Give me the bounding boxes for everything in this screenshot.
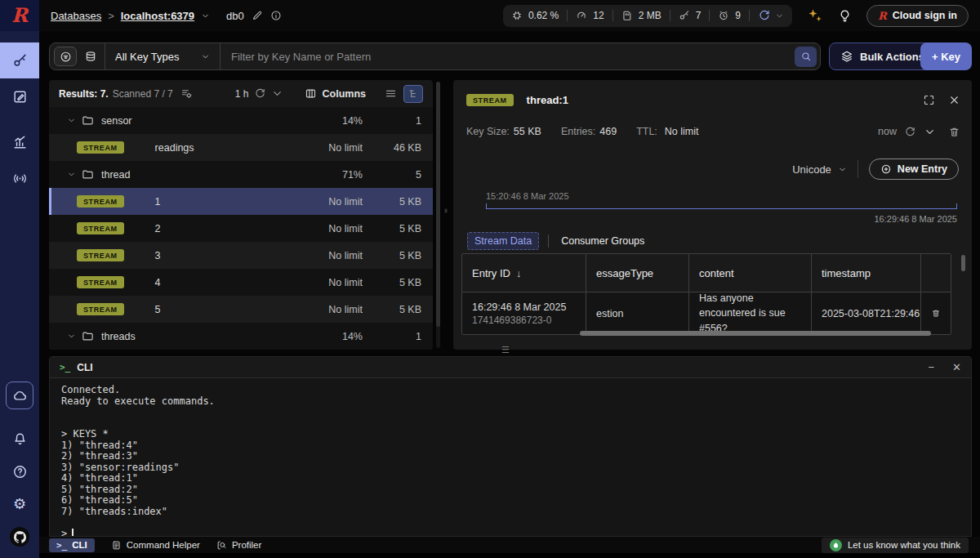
key-tree-row[interactable]: STREAM 2 No limit5 KB <box>49 215 433 242</box>
key-type-select[interactable]: All Key Types <box>105 51 220 63</box>
window-footer-strip <box>0 553 980 558</box>
lightbulb-icon <box>838 9 852 23</box>
stats-refresh-button[interactable] <box>758 9 784 22</box>
column-header-timestamp[interactable]: timestamp <box>812 254 921 292</box>
cli-terminal[interactable]: Connected. Ready to execute commands. > … <box>50 378 971 537</box>
new-entry-button[interactable]: New Entry <box>869 158 959 180</box>
sidebar-item-settings[interactable]: ⚙ <box>0 494 39 514</box>
column-header-messagetype[interactable]: essageType <box>586 254 689 292</box>
sidebar-item-github[interactable] <box>10 527 29 547</box>
sidebar-item-pubsub[interactable] <box>0 160 39 196</box>
table-horizontal-scrollbar[interactable] <box>580 331 931 336</box>
db-badge[interactable]: db0 <box>226 10 244 22</box>
trash-icon[interactable] <box>948 126 960 138</box>
chevron-down-icon[interactable] <box>924 126 936 138</box>
key-tree-row[interactable]: STREAM 3 No limit5 KB <box>49 242 433 269</box>
chevron-down-icon[interactable] <box>67 332 76 341</box>
stream-type-badge: STREAM <box>77 303 124 315</box>
timeline-end-label: 16:29:46 8 Mar 2025 <box>874 214 957 224</box>
close-detail-button[interactable] <box>948 94 960 106</box>
key-tree-row-selected[interactable]: STREAM 1 No limit5 KB <box>49 188 433 215</box>
key-filter-input[interactable] <box>220 51 795 63</box>
trash-icon[interactable] <box>931 307 941 319</box>
table-vertical-scrollbar[interactable] <box>961 255 965 271</box>
sidebar-item-notifications[interactable] <box>0 429 39 449</box>
feedback-icon <box>830 539 842 551</box>
key-tree-row[interactable]: STREAM readings No limit46 KB <box>49 134 433 161</box>
minimize-cli-button[interactable]: − <box>929 361 935 373</box>
table-row[interactable]: 16:29:46 8 Mar 2025 1741469386723-0 esti… <box>462 292 951 334</box>
breadcrumb: Databases > localhost:6379 <box>51 10 210 22</box>
cli-resize-handle[interactable]: ☰ <box>501 346 510 353</box>
columns-icon <box>305 87 317 100</box>
add-key-button[interactable]: + Key <box>920 42 972 70</box>
sidebar-item-cloud[interactable] <box>6 382 33 409</box>
info-icon[interactable] <box>270 10 282 21</box>
edit-db-icon[interactable] <box>252 10 263 21</box>
sidebar-item-browser[interactable] <box>0 42 39 78</box>
cli-title: CLI <box>77 362 92 373</box>
columns-button[interactable]: Columns <box>305 87 366 100</box>
refresh-icon[interactable] <box>254 87 266 100</box>
filter-icon <box>60 51 72 63</box>
insights-button[interactable] <box>838 9 852 23</box>
copilot-button[interactable] <box>807 7 823 24</box>
fullscreen-button[interactable] <box>923 94 935 106</box>
panel-resize-handle[interactable] <box>443 204 449 217</box>
key-tree-row[interactable]: STREAM 4 No limit5 KB <box>49 269 433 296</box>
key-list-scrollbar[interactable] <box>436 82 440 348</box>
key-tree-folder-row[interactable]: thread 71%5 <box>49 161 433 188</box>
sidebar-item-analytics[interactable] <box>0 124 39 160</box>
redis-logo[interactable]: R <box>0 0 39 31</box>
redis-mini-logo-icon: R <box>878 11 887 21</box>
key-tree-row[interactable]: STREAM 5 No limit5 KB <box>49 296 433 323</box>
key-tree-folder-row[interactable]: sensor 14%1 <box>49 107 433 134</box>
folder-icon <box>82 114 94 127</box>
breadcrumb-databases-link[interactable]: Databases <box>51 10 101 22</box>
clients-stat: 9 <box>718 10 741 21</box>
sort-descending-icon[interactable]: ↓ <box>516 267 522 279</box>
close-cli-button[interactable]: ✕ <box>952 361 961 373</box>
database-stack-icon <box>84 50 97 63</box>
stream-entries-table: Entry ID↓ essageType content timestamp 1… <box>461 253 951 335</box>
tree-view-button[interactable] <box>403 85 423 103</box>
column-header-content[interactable]: content <box>689 254 812 292</box>
expand-icon <box>923 94 935 106</box>
bottombar-command-helper-tab[interactable]: Command Helper <box>111 540 200 551</box>
folder-icon <box>82 168 94 181</box>
chevron-down-icon[interactable] <box>271 87 283 100</box>
refresh-icon <box>758 9 771 22</box>
filter-toggle-button[interactable] <box>54 47 77 66</box>
key-tree-folder-row[interactable]: threads 14%1 <box>49 323 433 350</box>
terminal-prompt-icon: >_ <box>60 362 70 373</box>
chevron-down-icon[interactable] <box>67 170 76 179</box>
group-keys-button[interactable] <box>84 50 97 63</box>
encoding-select[interactable]: Unicode <box>792 163 847 176</box>
chevron-down-icon[interactable] <box>201 11 210 20</box>
search-button[interactable] <box>795 47 817 67</box>
cli-panel: >_ CLI − ✕ Connected. Ready to execute c… <box>49 356 972 537</box>
cli-output: Connected. Ready to execute commands. > … <box>61 385 960 517</box>
sidebar-item-help[interactable] <box>0 462 39 481</box>
timeline-range-slider[interactable] <box>486 203 957 209</box>
cloud-sign-in-button[interactable]: R Cloud sign in <box>866 5 969 27</box>
tab-consumer-groups[interactable]: Consumer Groups <box>558 233 648 249</box>
entry-id-cell: 16:29:46 8 Mar 2025 1741469386723-0 <box>462 292 586 334</box>
sidebar-item-workbench[interactable] <box>0 78 39 114</box>
chevron-down-icon <box>775 11 784 20</box>
scan-settings-icon[interactable] <box>180 87 193 100</box>
cli-prompt-line[interactable]: > <box>61 529 960 538</box>
tab-stream-data[interactable]: Stream Data <box>467 232 539 250</box>
refresh-icon[interactable] <box>904 126 916 138</box>
database-stats: 0.62 % 12 2 MB 7 9 <box>503 5 792 27</box>
column-header-entry-id[interactable]: Entry ID↓ <box>462 254 586 292</box>
feedback-link[interactable]: Let us know what you think <box>822 538 969 553</box>
bottombar-cli-tab[interactable]: >_ CLI <box>49 538 95 552</box>
breadcrumb-separator: > <box>108 10 114 22</box>
cpu-stat: 0.62 % <box>511 10 559 21</box>
breadcrumb-instance-link[interactable]: localhost:6379 <box>121 10 194 22</box>
table-header-row: Entry ID↓ essageType content timestamp <box>462 254 951 292</box>
list-view-button[interactable] <box>381 85 400 103</box>
chevron-down-icon[interactable] <box>67 116 76 125</box>
bottombar-profiler-tab[interactable]: Profiler <box>216 540 261 551</box>
